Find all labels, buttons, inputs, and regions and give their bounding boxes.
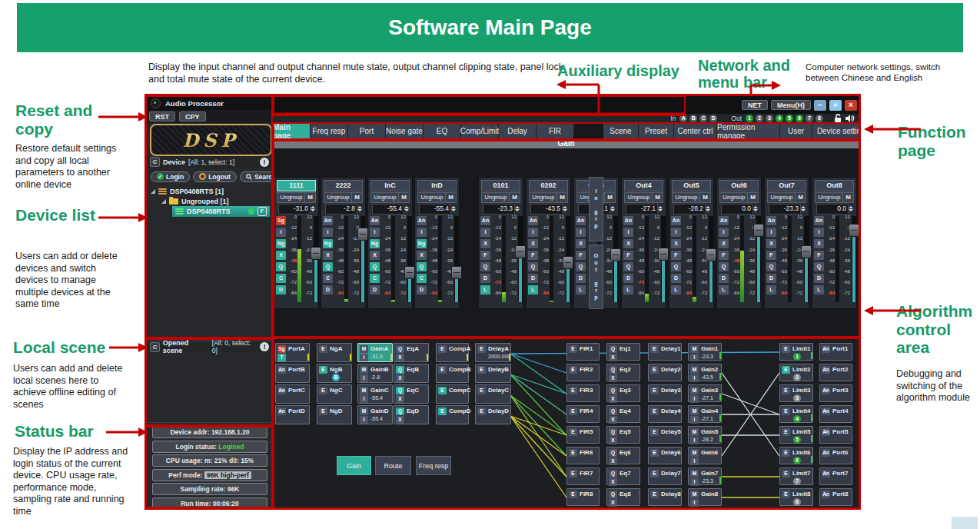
tab-main-page[interactable]: Main page bbox=[273, 123, 311, 139]
algo-delay2[interactable]: EDelay2 bbox=[648, 364, 682, 381]
mute-button[interactable]: M bbox=[699, 192, 711, 203]
tab-eq[interactable]: EQ bbox=[424, 123, 461, 139]
algo-delay6[interactable]: EDelay6 bbox=[648, 447, 682, 464]
module-badge-e[interactable]: E bbox=[650, 345, 659, 353]
scene-info-icon[interactable]: ! bbox=[260, 342, 269, 351]
module-subbadge-i[interactable]: I bbox=[690, 478, 699, 486]
module-badge-e[interactable]: E bbox=[569, 366, 577, 374]
algo-port4[interactable]: AnPort4 bbox=[819, 405, 852, 423]
algo-gainb[interactable]: MGainBI-2.8 bbox=[357, 364, 393, 383]
module-badge-q[interactable]: Q bbox=[609, 387, 617, 394]
algo-compd[interactable]: ECompD bbox=[436, 405, 469, 424]
dsp-toggle-f[interactable]: F bbox=[814, 251, 824, 260]
module-badge-e[interactable]: E bbox=[477, 408, 486, 415]
dsp-toggle-c[interactable]: C bbox=[417, 274, 427, 283]
module-subbadge-x[interactable]: X bbox=[396, 416, 404, 424]
dsp-toggle-d[interactable]: D bbox=[719, 274, 729, 283]
algo-port1[interactable]: AnPort1 bbox=[819, 343, 852, 361]
channel-name-button[interactable]: 2222 bbox=[324, 180, 363, 191]
module-badge-e[interactable]: E bbox=[319, 387, 327, 394]
gain-stepper[interactable] bbox=[657, 204, 663, 213]
dsp-toggle-q[interactable]: Q bbox=[528, 262, 538, 271]
algo-eq6[interactable]: QEq6X bbox=[606, 447, 640, 464]
gain-stepper[interactable] bbox=[848, 204, 854, 213]
algo-fir2[interactable]: EFIR2 bbox=[566, 364, 600, 381]
gain-stepper[interactable] bbox=[705, 204, 711, 213]
dsp-toggle-d[interactable]: D bbox=[417, 285, 427, 294]
algo-delay8[interactable]: EDelay8 bbox=[648, 488, 682, 506]
algo-nga[interactable]: ENgA bbox=[317, 343, 352, 362]
channel-name-button[interactable]: Out8 bbox=[815, 180, 854, 191]
algo-gain4[interactable]: MGain4I-27.1 bbox=[688, 405, 722, 423]
dsp-toggle-x[interactable]: X bbox=[719, 239, 729, 248]
module-badge-e[interactable]: E bbox=[319, 366, 327, 374]
algo-gain1[interactable]: MGain1I-23.3 bbox=[688, 343, 722, 361]
algo-port5[interactable]: AnPort5 bbox=[819, 426, 852, 444]
module-badge-e[interactable]: E bbox=[650, 387, 659, 394]
dsp-toggle-f[interactable]: F bbox=[671, 251, 681, 260]
fader-handle[interactable] bbox=[357, 228, 368, 241]
module-badge-q[interactable]: Q bbox=[396, 408, 404, 415]
tree-device-row-selected[interactable]: DSP0408RTS F bbox=[172, 206, 270, 217]
algo-port3[interactable]: AnPort3 bbox=[819, 384, 852, 402]
algo-view-button-freq-resp[interactable]: Freq resp bbox=[416, 456, 451, 475]
algo-delay7[interactable]: EDelay7 bbox=[648, 467, 682, 485]
module-subbadge-i[interactable]: I bbox=[360, 354, 368, 361]
module-subbadge-i[interactable]: I bbox=[690, 374, 699, 382]
module-badge-e[interactable]: E bbox=[569, 345, 577, 353]
dsp-toggle-sg[interactable]: Sg bbox=[276, 216, 286, 225]
dsp-toggle-d[interactable]: D bbox=[276, 285, 286, 294]
module-badge-e[interactable]: E bbox=[569, 408, 577, 415]
dsp-toggle-d[interactable]: D bbox=[814, 274, 824, 283]
fader-handle[interactable] bbox=[849, 224, 859, 237]
tab-scene[interactable]: Scene bbox=[603, 123, 639, 139]
algo-fir4[interactable]: EFIR4 bbox=[566, 405, 600, 423]
mute-button[interactable]: M bbox=[445, 192, 457, 203]
algo-eq4[interactable]: QEq4X bbox=[606, 405, 640, 423]
minimize-button[interactable]: − bbox=[814, 100, 826, 111]
ungroup-button[interactable]: Ungroup bbox=[624, 192, 653, 203]
algo-eq3[interactable]: QEq3X bbox=[606, 384, 640, 402]
module-badge-e[interactable]: E bbox=[438, 345, 447, 353]
channel-name-button[interactable]: Out5 bbox=[672, 180, 711, 191]
gain-value-field[interactable]: -23.3 bbox=[769, 204, 801, 215]
module-badge-m[interactable]: M bbox=[360, 408, 368, 415]
fader-handle[interactable] bbox=[451, 266, 462, 279]
module-badge-e[interactable]: E bbox=[782, 345, 790, 353]
module-subbadge-i[interactable]: I bbox=[690, 457, 699, 465]
dsp-toggle-q[interactable]: Q bbox=[370, 262, 380, 271]
algo-gaind[interactable]: MGainDI-55.4 bbox=[357, 405, 393, 424]
module-badge-e[interactable]: E bbox=[569, 428, 577, 436]
module-badge-q[interactable]: Q bbox=[609, 491, 617, 498]
dsp-toggle-an[interactable]: An bbox=[719, 216, 729, 225]
dsp-toggle-l[interactable]: L bbox=[480, 285, 490, 294]
algo-eq5[interactable]: QEq5X bbox=[606, 426, 640, 444]
maximize-button[interactable]: + bbox=[829, 100, 842, 111]
channel-name-button[interactable]: 1111 bbox=[277, 180, 316, 191]
fader-handle[interactable] bbox=[515, 245, 526, 258]
gain-stepper[interactable] bbox=[562, 204, 568, 213]
close-button[interactable]: × bbox=[845, 100, 857, 111]
dsp-toggle-d[interactable]: D bbox=[480, 274, 490, 283]
ungroup-button[interactable]: Ungroup bbox=[481, 192, 510, 203]
module-badge-e[interactable]: E bbox=[319, 345, 327, 353]
fader-handle[interactable] bbox=[610, 248, 621, 261]
dsp-toggle-f[interactable]: F bbox=[623, 251, 633, 260]
dsp-toggle-x[interactable]: X bbox=[766, 239, 776, 248]
module-badge-e[interactable]: E bbox=[477, 366, 486, 374]
algo-delayd[interactable]: EDelayD bbox=[475, 405, 511, 424]
login-button[interactable]: ✓Login bbox=[151, 171, 190, 182]
ungroup-button[interactable]: Ungroup bbox=[324, 192, 353, 203]
mute-speaker-icon[interactable] bbox=[845, 114, 855, 123]
module-badge-m[interactable]: M bbox=[690, 428, 699, 436]
dsp-toggle-q[interactable]: Q bbox=[323, 262, 333, 271]
channel-name-button[interactable]: Out7 bbox=[767, 180, 806, 191]
net-button[interactable]: NET bbox=[742, 100, 768, 110]
dsp-toggle-i[interactable]: I bbox=[623, 228, 633, 237]
fader-handle[interactable] bbox=[658, 248, 669, 261]
module-subbadge-i[interactable]: I bbox=[360, 416, 368, 424]
fader-handle[interactable] bbox=[404, 266, 415, 279]
module-badge-m[interactable]: M bbox=[690, 491, 699, 498]
dsp-toggle-f[interactable]: F bbox=[719, 251, 729, 260]
algo-ngd[interactable]: ENgD bbox=[317, 405, 352, 424]
